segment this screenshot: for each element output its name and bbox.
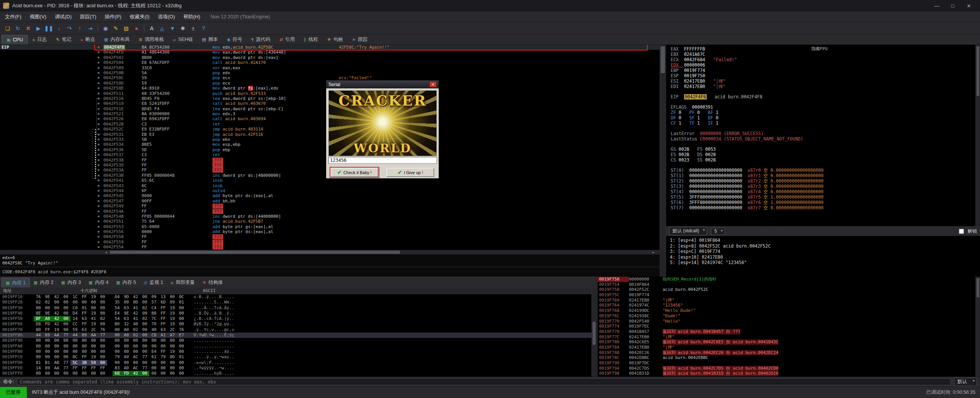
serial-input[interactable]	[328, 157, 437, 164]
disasm-row[interactable]: 0042F55AFF???	[0, 245, 660, 250]
row-dot[interactable]	[98, 231, 100, 233]
registers-vscrollbar[interactable]	[975, 45, 980, 226]
x87-register-row[interactable]: ST(2) 00000000000000000000 x87r2 空 0.000…	[671, 178, 975, 184]
row-dot[interactable]	[98, 200, 100, 202]
row-dot[interactable]	[98, 205, 100, 207]
hexdump-vscroll-thumb[interactable]	[593, 322, 596, 345]
row-dot[interactable]	[98, 210, 100, 212]
i-give-up-button[interactable]: ✔I Give up !	[387, 168, 434, 177]
menu-item[interactable]: 文件(F)	[1, 12, 26, 22]
stack-row[interactable]: 0019F7900019F7DC	[598, 360, 975, 366]
disasm-row[interactable]: 0042F50933C0xor eax,eax	[0, 65, 660, 70]
maximize-button[interactable]: □	[945, 0, 961, 11]
stack-row[interactable]: 0019F7780041B457返回到 acid burn.0041B457 自…	[598, 329, 975, 334]
row-dot[interactable]	[98, 164, 100, 166]
register-edx[interactable]: EDX 00000006	[671, 62, 975, 68]
row-dot[interactable]	[98, 113, 100, 115]
row-dot[interactable]	[98, 220, 100, 222]
bottom-tab-locals[interactable]: ≡局部变量	[167, 278, 198, 287]
disasm-row[interactable]: 0042F5560000add byte ptr ds:[eax],al	[0, 229, 660, 234]
disasm-row[interactable]: 0042F5028B00mov eax,dword ptr ds:[eax]	[0, 55, 660, 60]
hide-fpu-button[interactable]: 隐藏FPU	[812, 46, 828, 52]
stack-row[interactable]: 0019F75C0019F774	[598, 292, 975, 298]
stack-row[interactable]: 0019F7880042EC26返回到 acid burn.0042EC26 自…	[598, 350, 975, 356]
stack-vscroll-thumb[interactable]	[977, 278, 979, 297]
save-database-button[interactable]: ▼	[167, 23, 178, 33]
row-dot[interactable]	[98, 118, 100, 120]
hexdump-row[interactable]: 0019FF9000000000000000000000000000000000…	[0, 338, 591, 343]
row-dot[interactable]	[98, 179, 100, 181]
row-dot[interactable]	[98, 215, 100, 217]
graph-button[interactable]: ◬	[157, 23, 167, 33]
disasm-vscroll-thumb[interactable]	[661, 46, 665, 73]
row-dot[interactable]	[98, 62, 100, 64]
assemble-button[interactable]: ✎	[111, 23, 121, 33]
stop-button[interactable]: ✖	[23, 23, 33, 33]
row-dot[interactable]	[98, 154, 100, 156]
row-dot[interactable]	[98, 190, 100, 192]
disasm-row[interactable]: 0042F549FF???	[0, 204, 660, 209]
pause-button[interactable]: ❚❚	[44, 23, 54, 33]
row-dot[interactable]	[98, 185, 100, 187]
row-dot[interactable]	[98, 57, 100, 59]
bottom-tab-memory-4[interactable]: ▦内存 4	[85, 278, 113, 287]
row-dot[interactable]	[98, 226, 100, 228]
row-dot[interactable]	[98, 51, 100, 53]
hscroll-left-arrow[interactable]: ◂	[103, 250, 109, 254]
row-dot[interactable]	[98, 67, 100, 69]
bottom-tab-memory-1[interactable]: ▦内存 1	[2, 278, 30, 287]
row-dot[interactable]	[98, 149, 100, 151]
hexdump-row[interactable]: 0019FF408E9E4200D4FF1900E49E4200B8FF1900…	[0, 311, 591, 316]
disasm-row[interactable]: 0042F5450000add byte ptr ds:[eax],al	[0, 193, 660, 198]
disasm-vscrollbar[interactable]	[660, 45, 666, 250]
serial-dialog-titlebar[interactable]: Serial ✕	[326, 80, 439, 88]
segment-row[interactable]: ES 002B DS 0028	[671, 152, 975, 157]
disasm-row[interactable]: 0042F558FF???	[0, 234, 660, 239]
menu-item[interactable]: 视图(V)	[26, 12, 51, 22]
hexdump-row[interactable]: 0019FFA000000000000000000000000000000000…	[0, 344, 591, 349]
stack-row[interactable]: 0019F78402417EB0"|猈"	[598, 345, 975, 350]
row-dot[interactable]	[98, 236, 100, 238]
view-tab-cpu[interactable]: ▣CPU	[2, 35, 28, 44]
row-dot[interactable]	[98, 77, 100, 79]
x87-register-row[interactable]: ST(5) 3FFF8000000000000000 x87r5 空 1.000…	[671, 194, 975, 200]
stack-row[interactable]: 0019F7540019F864	[598, 282, 975, 287]
menu-item[interactable]: 帮助(H)	[179, 12, 204, 22]
hexdump-row[interactable]: 0019FFE01489AA77FFFFFFFF83A0AC7700000000…	[0, 365, 591, 371]
view-tab-notes[interactable]: ✎笔记	[51, 35, 76, 44]
disasm-row[interactable]: 0042F504E8 67ACFDFFcall acid burn.42A170	[0, 60, 660, 65]
disasm-row[interactable]: 0042F54165:6Cinsb	[0, 178, 660, 183]
argument-row[interactable]: 4: [esp+10] 02417EB0	[670, 254, 980, 260]
register-eflags[interactable]: EFLAGS 00000391	[671, 104, 975, 110]
row-dot[interactable]	[98, 98, 100, 100]
row-dot[interactable]	[98, 134, 100, 135]
disasm-hscrollbar[interactable]: ◂ ▸	[0, 250, 660, 254]
row-dot[interactable]	[98, 175, 100, 176]
register-ebx[interactable]: EBX 0241A67C	[671, 52, 975, 57]
breakpoints-button[interactable]: ●	[131, 23, 142, 33]
stack-row[interactable]: 0019F768024199DC"Hello Dude!"	[598, 308, 975, 313]
stack-row[interactable]: 0019F7800042C6E5返回到 acid burn.0042C6E5 自…	[598, 339, 975, 345]
disasm-row[interactable]: 0042F4FDA1 48644300mov eax,dword ptr ds:…	[0, 50, 660, 55]
flags-row[interactable]: OF 0 SF 1 DF 0	[671, 115, 975, 121]
breakpoint-dot[interactable]	[98, 46, 100, 48]
menu-item[interactable]: 调试(D)	[51, 12, 76, 22]
hexdump-row[interactable]: 0019FF3000000000C001000054634102C4FF1900…	[0, 305, 591, 311]
unlock-checkbox[interactable]	[959, 229, 964, 234]
x87-register-row[interactable]: ST(4) 00000000000000000000 x87r4 空 0.000…	[671, 189, 975, 194]
restart-button[interactable]: ↻	[13, 23, 23, 33]
stack-panel[interactable]: 0019F75000000000指向SEH_Record[1]的指针0019F7…	[597, 277, 975, 377]
register-ebp[interactable]: EBP 0019F774	[671, 68, 975, 73]
x87-register-row[interactable]: ST(0) 00000000000000000000 x87r0 空 0.000…	[671, 168, 975, 173]
view-tab-script[interactable]: ▤脚本	[198, 35, 222, 44]
disasm-row[interactable]: 0042F54BFF05 00000044inc dword ptr ds:[4…	[0, 214, 660, 219]
disasm-row[interactable]: 0042F559FF???	[0, 240, 660, 245]
command-input[interactable]	[17, 378, 951, 385]
disasm-row[interactable]: 0042F54700FFadd bh,bh	[0, 199, 660, 204]
menu-item[interactable]: 选项(O)	[154, 12, 179, 22]
row-dot[interactable]	[98, 195, 100, 197]
x87-register-row[interactable]: ST(7) 00000000000000000000 x87r7 空 0.000…	[671, 205, 975, 210]
argument-row[interactable]: 2: [esp+8] 0042F52C acid burn.0042F52C	[670, 243, 980, 249]
hexdump-vscrollbar[interactable]	[591, 287, 596, 377]
hexdump-row[interactable]: 0019FFB0000000000000000000000000E4FF1900…	[0, 349, 591, 354]
